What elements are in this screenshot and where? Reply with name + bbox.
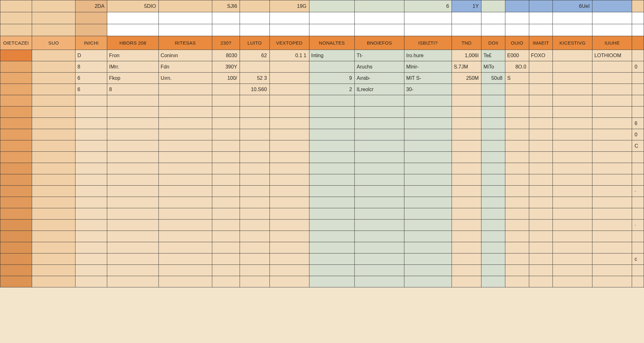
- cell[interactable]: [269, 265, 309, 276]
- cell[interactable]: [592, 253, 632, 265]
- cell[interactable]: [309, 0, 355, 12]
- cell[interactable]: [269, 12, 309, 24]
- cell[interactable]: [592, 276, 632, 287]
- cell[interactable]: [0, 118, 32, 129]
- cell[interactable]: [269, 129, 309, 140]
- cell[interactable]: [269, 197, 309, 208]
- cell[interactable]: [309, 163, 355, 174]
- cell[interactable]: [32, 242, 75, 253]
- cell[interactable]: [505, 106, 529, 118]
- cell[interactable]: [505, 118, 529, 129]
- cell[interactable]: [75, 265, 107, 276]
- cell[interactable]: [505, 186, 529, 197]
- cell[interactable]: [592, 129, 632, 140]
- cell[interactable]: [529, 242, 553, 253]
- cell[interactable]: [355, 163, 404, 174]
- cell[interactable]: c: [632, 253, 644, 265]
- column-header[interactable]: [632, 36, 644, 50]
- cell[interactable]: [481, 24, 505, 36]
- cell[interactable]: [158, 186, 212, 197]
- cell[interactable]: 250M: [452, 73, 481, 84]
- cell[interactable]: [529, 73, 553, 84]
- cell[interactable]: [107, 152, 159, 163]
- cell[interactable]: [75, 12, 107, 24]
- cell[interactable]: [269, 174, 309, 186]
- cell[interactable]: [309, 231, 355, 242]
- cell[interactable]: [269, 242, 309, 253]
- column-header[interactable]: OUIO: [505, 36, 529, 50]
- cell[interactable]: 8030: [212, 50, 240, 61]
- cell[interactable]: [75, 231, 107, 242]
- cell[interactable]: [32, 140, 75, 152]
- cell[interactable]: [452, 186, 481, 197]
- cell[interactable]: 30-: [404, 84, 452, 95]
- cell[interactable]: [32, 50, 75, 61]
- cell[interactable]: S: [505, 73, 529, 84]
- cell[interactable]: [309, 208, 355, 220]
- cell[interactable]: [0, 253, 32, 265]
- cell[interactable]: [0, 50, 32, 61]
- cell[interactable]: [75, 276, 107, 287]
- cell[interactable]: [309, 118, 355, 129]
- cell[interactable]: [632, 0, 644, 12]
- cell[interactable]: [553, 197, 592, 208]
- cell[interactable]: 100/: [212, 73, 240, 84]
- cell[interactable]: [107, 12, 159, 24]
- column-header[interactable]: OIETCAZEI: [0, 36, 32, 50]
- cell[interactable]: [355, 276, 404, 287]
- cell[interactable]: [592, 197, 632, 208]
- cell[interactable]: [32, 106, 75, 118]
- cell[interactable]: [0, 73, 32, 84]
- cell[interactable]: [309, 12, 355, 24]
- cell[interactable]: [505, 163, 529, 174]
- cell[interactable]: [355, 220, 404, 231]
- cell[interactable]: [240, 118, 269, 129]
- cell[interactable]: [404, 220, 452, 231]
- cell[interactable]: [553, 242, 592, 253]
- cell[interactable]: D: [75, 50, 107, 61]
- cell[interactable]: [404, 174, 452, 186]
- cell[interactable]: [32, 73, 75, 84]
- cell[interactable]: [529, 197, 553, 208]
- cell[interactable]: [553, 95, 592, 106]
- cell[interactable]: [269, 118, 309, 129]
- cell[interactable]: [32, 174, 75, 186]
- cell[interactable]: [269, 186, 309, 197]
- cell[interactable]: [452, 174, 481, 186]
- cell[interactable]: [0, 186, 32, 197]
- cell[interactable]: [212, 95, 240, 106]
- cell[interactable]: [592, 24, 632, 36]
- cell[interactable]: [212, 231, 240, 242]
- cell[interactable]: [592, 140, 632, 152]
- cell[interactable]: [452, 276, 481, 287]
- cell[interactable]: [632, 231, 644, 242]
- cell[interactable]: [0, 197, 32, 208]
- cell[interactable]: [452, 265, 481, 276]
- cell[interactable]: [269, 84, 309, 95]
- cell[interactable]: [212, 152, 240, 163]
- column-header[interactable]: DOII: [481, 36, 505, 50]
- cell[interactable]: [75, 186, 107, 197]
- cell[interactable]: [212, 129, 240, 140]
- column-header[interactable]: SUO: [32, 36, 75, 50]
- cell[interactable]: [632, 12, 644, 24]
- cell[interactable]: [212, 140, 240, 152]
- cell[interactable]: [158, 174, 212, 186]
- cell[interactable]: [240, 12, 269, 24]
- cell[interactable]: [553, 276, 592, 287]
- cell[interactable]: [240, 231, 269, 242]
- cell[interactable]: ILreolcr: [355, 84, 404, 95]
- cell[interactable]: [158, 265, 212, 276]
- cell[interactable]: 8O.0: [505, 61, 529, 73]
- cell[interactable]: 2: [309, 84, 355, 95]
- cell[interactable]: [481, 220, 505, 231]
- cell[interactable]: [632, 152, 644, 163]
- cell[interactable]: [529, 118, 553, 129]
- cell[interactable]: [632, 73, 644, 84]
- cell[interactable]: [269, 73, 309, 84]
- cell[interactable]: 1,006I: [452, 50, 481, 61]
- cell[interactable]: [529, 129, 553, 140]
- cell[interactable]: [309, 152, 355, 163]
- cell[interactable]: [452, 84, 481, 95]
- cell[interactable]: [632, 24, 644, 36]
